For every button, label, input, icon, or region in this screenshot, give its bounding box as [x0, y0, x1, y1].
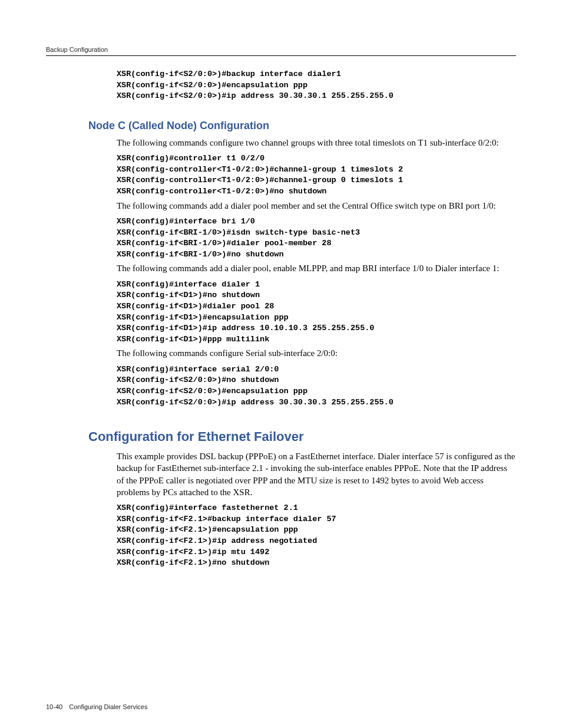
code-block: XSR(config)#interface dialer 1 XSR(confi…: [117, 279, 516, 345]
heading-ethernet-failover: Configuration for Ethernet Failover: [88, 429, 516, 444]
page-footer: 10-40 Configuring Dialer Services: [46, 703, 147, 710]
paragraph: The following commands configure two cha…: [117, 137, 516, 149]
running-header: Backup Configuration: [46, 46, 516, 56]
paragraph: The following commands configure Serial …: [117, 347, 516, 359]
code-block: XSR(config-if<S2/0:0>)#backup interface …: [117, 69, 516, 102]
paragraph: The following commands add a dialer pool…: [117, 200, 516, 212]
code-block: XSR(config)#interface serial 2/0:0 XSR(c…: [117, 364, 516, 409]
body: This example provides DSL backup (PPPoE)…: [117, 450, 516, 569]
code-block: XSR(config)#controller t1 0/2/0 XSR(conf…: [117, 153, 516, 197]
code-block: XSR(config)#interface fastethernet 2.1 X…: [117, 503, 516, 569]
paragraph: This example provides DSL backup (PPPoE)…: [117, 450, 516, 498]
paragraph: The following commands add a dialer pool…: [117, 262, 516, 274]
body: The following commands configure two cha…: [117, 137, 516, 408]
page-number: 10-40: [46, 703, 62, 710]
heading-node-c: Node C (Called Node) Configuration: [88, 120, 516, 132]
page: Backup Configuration XSR(config-if<S2/0:…: [0, 0, 562, 728]
footer-title: Configuring Dialer Services: [69, 703, 147, 710]
code-block: XSR(config)#interface bri 1/0 XSR(config…: [117, 216, 516, 261]
body: XSR(config-if<S2/0:0>)#backup interface …: [117, 69, 516, 102]
